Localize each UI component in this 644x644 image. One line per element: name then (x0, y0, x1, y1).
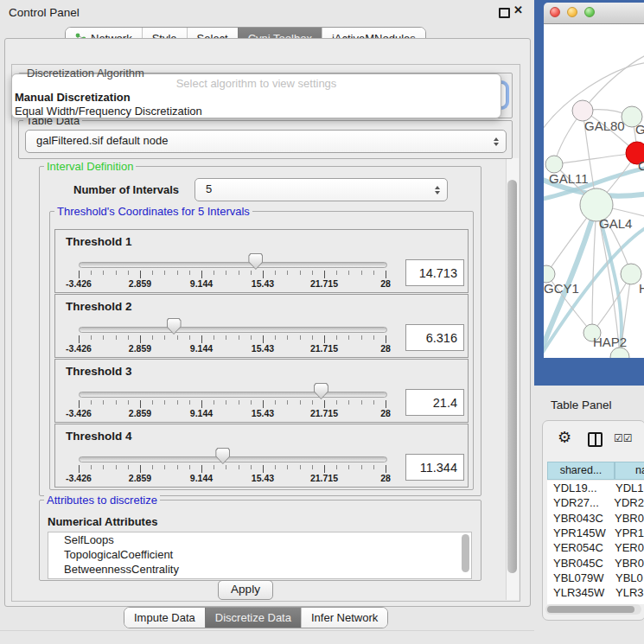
axis-tick-label: -3.426 (66, 473, 92, 483)
algorithm-dropdown-popup: Select algorithm to view settings Manual… (11, 73, 501, 118)
table-row[interactable]: YDL19...YDL1 (547, 481, 644, 495)
tab-impute-data[interactable]: Impute Data (124, 608, 205, 628)
network-edge (554, 153, 637, 164)
apply-button[interactable]: Apply (218, 580, 273, 600)
table-rows: YDL19...YDL1YDR27...YDR2YBR043CYBR0YPR14… (547, 481, 644, 604)
split-panel-icon[interactable] (588, 432, 603, 447)
network-canvas[interactable]: GAL80GACGAL11GAL4GCY1HHAP2 (544, 24, 644, 358)
node-label: GCY1 (544, 281, 579, 296)
slider-ticks (79, 400, 387, 408)
axis-tick-label: 28 (380, 408, 391, 418)
axis-tick-label: 15.43 (252, 343, 274, 354)
divider (0, 630, 534, 631)
slider-ticks (79, 465, 387, 473)
axis-tick-label: 21.715 (310, 408, 338, 418)
dropdown-option-manual[interactable]: Manual Discretization (12, 91, 501, 105)
attributes-group-label: Attributes to discretize (44, 494, 160, 506)
slider-track[interactable] (79, 392, 387, 398)
axis-tick-label: 15.43 (252, 278, 274, 289)
table-row[interactable]: YPR145WYPR1 (547, 526, 644, 540)
table-row[interactable]: YLR345WYLR3 (547, 585, 644, 600)
node-label: H (639, 281, 644, 296)
number-of-intervals-combobox[interactable]: 5 (194, 178, 448, 201)
axis-tick-label: 9.144 (190, 278, 213, 289)
table-row[interactable]: YBL079WYBL0 (547, 571, 644, 585)
panel-scrollbar-thumb[interactable] (507, 180, 517, 573)
slider-track[interactable] (79, 456, 387, 462)
stepper-icon (435, 186, 440, 194)
algorithm-group-label: Discretization Algorithm (24, 67, 147, 79)
table-hscrollbar[interactable] (545, 604, 641, 615)
table-row[interactable]: YBR045CYBR0 (547, 555, 644, 570)
threshold-2-panel: Threshold 2 -3.426 2.859 9.144 15.43 21.… (54, 294, 469, 358)
axis-tick-label: -3.426 (66, 343, 92, 354)
threshold-3-panel: Threshold 3 -3.426 2.859 9.144 15.43 21.… (54, 359, 469, 423)
axis-tick-label: -3.426 (66, 408, 92, 418)
table-header-row: shared... name (547, 462, 644, 480)
threshold-1-value-field[interactable]: 14.713 (405, 259, 464, 286)
threshold-4-panel: Threshold 4 -3.426 2.859 9.144 15.43 21.… (54, 424, 469, 488)
interval-definition-label: Interval Definition (44, 161, 136, 172)
number-of-intervals-value: 5 (195, 179, 447, 199)
bottom-tabbar: Impute Data Discretize Data Infer Networ… (124, 607, 388, 628)
table-row[interactable]: YBR043CYBR0 (547, 511, 644, 526)
axis-tick-label: 28 (380, 473, 391, 483)
node-label: C (638, 158, 644, 173)
slider-track[interactable] (79, 327, 387, 333)
axis-tick-label: -3.426 (66, 278, 92, 289)
panel-title: Control Panel (9, 6, 80, 19)
table-panel-title: Table Panel (551, 399, 612, 411)
network-node[interactable] (544, 265, 555, 283)
threshold-2-value-field[interactable]: 6.316 (405, 324, 464, 351)
table-data-combobox[interactable]: galFiltered.sif default node (25, 130, 507, 153)
column-header-name[interactable]: name (615, 462, 644, 480)
threshold-4-value-field[interactable]: 11.344 (405, 454, 464, 481)
attribute-item[interactable]: TopologicalCoefficient (48, 547, 471, 562)
list-scrollbar-thumb[interactable] (462, 534, 469, 572)
dropdown-option-equal-width[interactable]: Equal Width/Frequency Discretization (12, 105, 501, 118)
numerical-attributes-label: Numerical Attributes (48, 515, 157, 528)
slider-ticks (79, 335, 387, 343)
close-icon[interactable]: ✕ (513, 3, 523, 16)
axis-tick-label: 2.859 (129, 473, 151, 483)
gear-icon[interactable]: ⚙ (558, 428, 571, 447)
number-of-intervals-label: Number of Intervals (73, 183, 179, 196)
network-node[interactable] (545, 156, 563, 173)
axis-tick-label: 21.715 (310, 473, 338, 483)
table-data-value: galFiltered.sif default node (26, 131, 506, 150)
table-hscrollbar-thumb[interactable] (547, 606, 634, 613)
axis-tick-label: 2.859 (129, 278, 151, 289)
float-window-icon[interactable] (499, 8, 510, 18)
numerical-attributes-list[interactable]: SelfLoopsTopologicalCoefficientBetweenne… (48, 532, 472, 579)
app-root: Control Panel ✕ Network Style Select Cyn… (0, 0, 644, 644)
axis-tick-label: 15.43 (252, 408, 274, 418)
network-view[interactable]: GAL80GACGAL11GAL4GCY1HHAP2 (544, 24, 644, 358)
stepper-icon (494, 137, 499, 146)
axis-tick-label: 9.144 (190, 473, 213, 483)
tab-discretize-data[interactable]: Discretize Data (205, 608, 301, 628)
axis-tick-label: 9.144 (190, 343, 213, 354)
threshold-1-panel: Threshold 1 -3.426 2.859 9.144 15.43 21.… (54, 229, 469, 293)
column-header-shared-name[interactable]: shared... (547, 462, 615, 480)
axis-tick-label: 2.859 (129, 408, 151, 418)
network-edge (583, 54, 644, 111)
node-label: HAP2 (593, 335, 627, 349)
zoom-traffic-light-icon[interactable] (584, 7, 595, 17)
table-row[interactable]: YDR27...YDR2 (547, 495, 644, 510)
select-columns-icon[interactable]: ☑☑ (614, 432, 633, 444)
close-traffic-light-icon[interactable] (550, 7, 560, 17)
axis-tick-label: 9.144 (190, 408, 213, 418)
attribute-item[interactable]: BetweennessCentrality (48, 562, 471, 577)
minimize-traffic-light-icon[interactable] (567, 7, 577, 17)
slider-track[interactable] (79, 262, 387, 268)
tab-infer-network[interactable]: Infer Network (301, 608, 387, 628)
attribute-item[interactable]: SelfLoops (48, 532, 471, 547)
table-row[interactable]: YER054CYER0 (547, 540, 644, 555)
thresholds-group-label: Threshold's Coordinates for 5 Intervals (54, 206, 252, 217)
threshold-3-value-field[interactable]: 21.4 (405, 389, 464, 416)
axis-tick-label: 2.859 (129, 343, 151, 354)
axis-tick-label: 15.43 (252, 473, 274, 483)
axis-tick-label: 21.715 (310, 343, 338, 354)
node-label: GAL80 (584, 118, 625, 133)
node-label: GAL11 (549, 171, 589, 186)
